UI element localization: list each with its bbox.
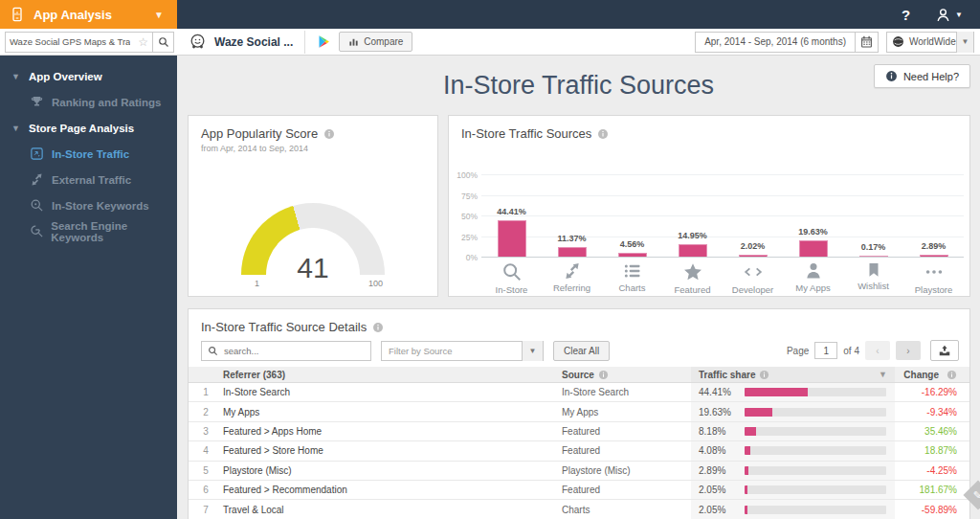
category-in-store[interactable]: In-Store <box>481 257 542 295</box>
row-index: 2 <box>189 407 223 417</box>
traffic-share-value: 44.41% <box>699 387 739 397</box>
page-label: Page <box>787 346 809 356</box>
traffic-share-bar-track <box>745 485 886 494</box>
traffic-share-bar-track <box>745 427 886 436</box>
pencil-icon: ✎ <box>973 489 980 502</box>
chevron-down-icon: ▼ <box>522 341 543 361</box>
table-row[interactable]: 6Featured > RecommendationFeatured2.05%1… <box>189 481 969 500</box>
chevron-down-icon[interactable]: ▼ <box>956 32 973 53</box>
category-label: My Apps <box>795 282 830 293</box>
sidebar-section-store-page-analysis[interactable]: ▼ Store Page Analysis <box>0 115 177 141</box>
info-icon <box>947 370 957 380</box>
traffic-share-value: 2.05% <box>699 485 739 495</box>
source-cell: My Apps <box>562 407 691 417</box>
col-change[interactable]: Change <box>895 367 969 382</box>
current-app-name[interactable]: Waze Social ... <box>214 35 293 49</box>
app-analysis-menu[interactable]: App Analysis ▼ <box>0 0 177 29</box>
favorite-star-icon[interactable]: ☆ <box>134 35 152 49</box>
info-icon[interactable] <box>597 128 609 140</box>
traffic-share-value: 8.18% <box>699 426 739 437</box>
category-my-apps[interactable]: My Apps <box>783 257 843 295</box>
category-referring[interactable]: Referring <box>542 257 602 295</box>
bar-column: 19.63% <box>783 174 843 257</box>
bar-featured[interactable] <box>679 244 707 257</box>
traffic-share-bar-fill <box>745 427 756 436</box>
app-search-zone: ☆ <box>0 32 177 53</box>
category-featured[interactable]: Featured <box>662 257 723 295</box>
change-cell: 35.46% <box>895 422 969 440</box>
table-search-input[interactable] <box>220 346 370 356</box>
col-source[interactable]: Source <box>562 370 691 380</box>
sort-descending-icon: ▼ <box>879 370 887 379</box>
table-row[interactable]: 1In-Store SearchIn-Store Search44.41%-16… <box>189 383 969 402</box>
help-button[interactable]: ? <box>902 7 910 23</box>
change-cell: 181.67% <box>895 481 969 499</box>
bar-chart-icon <box>348 36 359 47</box>
sidebar-item-search-engine-keywords[interactable]: Search Engine Keywords <box>0 218 177 244</box>
info-icon[interactable] <box>323 128 335 140</box>
table-row[interactable]: 7Travel & LocalCharts2.05%-59.89% <box>189 500 969 519</box>
pagination: Page of 4 ‹ › <box>787 340 959 361</box>
sidebar-item-in-store-keywords[interactable]: In-Store Keywords <box>0 192 177 218</box>
user-menu[interactable]: ▼ <box>935 7 963 23</box>
change-cell: -9.34% <box>895 402 969 420</box>
sidebar-section-app-overview[interactable]: ▼ App Overview <box>0 63 177 89</box>
region-select[interactable]: WorldWide ▼ <box>886 32 974 53</box>
sidebar-item-in-store-traffic[interactable]: In-Store Traffic <box>0 141 177 167</box>
info-icon[interactable] <box>372 322 384 333</box>
info-icon <box>759 370 769 380</box>
date-range-picker[interactable]: Apr, 2014 - Sep, 2014 (6 months) <box>695 32 879 53</box>
referring-icon <box>563 261 582 281</box>
category-wishlist[interactable]: Wishlist <box>843 257 903 295</box>
category-charts[interactable]: Charts <box>602 257 662 295</box>
search-submit-button[interactable] <box>152 32 173 53</box>
compare-button[interactable]: Compare <box>339 32 412 52</box>
bar-value-label: 4.56% <box>620 239 645 249</box>
traffic-share-cell: 19.63% <box>691 402 895 420</box>
clear-all-button[interactable]: Clear All <box>553 341 610 361</box>
bar-column: 2.89% <box>903 174 964 257</box>
filter-by-source-select[interactable]: Filter by Source ▼ <box>381 341 544 361</box>
col-traffic-share[interactable]: Traffic share ▼ <box>691 367 895 382</box>
row-index: 4 <box>189 445 223 456</box>
bar-column: 0.17% <box>843 174 903 257</box>
bar-value-label: 0.17% <box>861 242 886 252</box>
panel-title: In-Store Traffic Source Details <box>201 320 367 334</box>
table-row[interactable]: 4Featured > Store HomeFeatured4.08%18.87… <box>189 441 969 461</box>
panel-title: App Popularity Score <box>201 126 318 141</box>
prev-page-button[interactable]: ‹ <box>865 341 890 360</box>
y-axis-tick: 100% <box>455 170 478 180</box>
bar-referring[interactable] <box>558 247 587 257</box>
calendar-icon[interactable] <box>855 32 878 53</box>
next-page-button[interactable]: › <box>896 341 921 360</box>
export-button[interactable] <box>930 340 959 361</box>
sidebar-item-label: In-Store Traffic <box>52 148 129 160</box>
col-referrer[interactable]: Referrer (363) <box>223 370 562 380</box>
source-cell: In-Store Search <box>562 387 691 397</box>
gauge-value: 41 <box>241 252 385 284</box>
row-index: 6 <box>189 485 223 495</box>
traffic-share-cell: 4.08% <box>691 441 895 460</box>
wishlist-icon <box>865 261 882 279</box>
panel-title: In-Store Traffic Sources <box>461 126 591 141</box>
category-developer[interactable]: Developer <box>723 257 783 295</box>
sidebar-item-external-traffic[interactable]: External Traffic <box>0 167 177 192</box>
table-row[interactable]: 2My AppsMy Apps19.63%-9.34% <box>189 402 969 421</box>
bar-in-store[interactable] <box>498 220 526 257</box>
globe-icon <box>887 35 904 48</box>
sidebar-item-ranking-and-ratings[interactable]: Ranking and Ratings <box>0 89 177 115</box>
bar-my-apps[interactable] <box>799 240 828 257</box>
traffic-share-cell: 8.18% <box>691 422 895 440</box>
app-search-input[interactable] <box>6 36 134 47</box>
page-number-input[interactable] <box>814 342 837 359</box>
category-playstore[interactable]: Playstore <box>903 257 964 295</box>
y-axis-tick: 25% <box>455 233 478 242</box>
gauge-subtitle: from Apr, 2014 to Sep, 2014 <box>189 141 437 153</box>
traffic-source-details-panel: In-Store Traffic Source Details Filter b… <box>188 308 970 519</box>
source-cell: Featured <box>562 445 691 456</box>
table-row[interactable]: 3Featured > Apps HomeFeatured8.18%35.46% <box>189 422 969 441</box>
source-cell: Playstore (Misc) <box>562 465 691 476</box>
current-app: Waze Social ... Compare <box>177 31 412 54</box>
my-apps-icon <box>804 261 823 281</box>
table-row[interactable]: 5Playstore (Misc)Playstore (Misc)2.89%-4… <box>189 462 969 481</box>
